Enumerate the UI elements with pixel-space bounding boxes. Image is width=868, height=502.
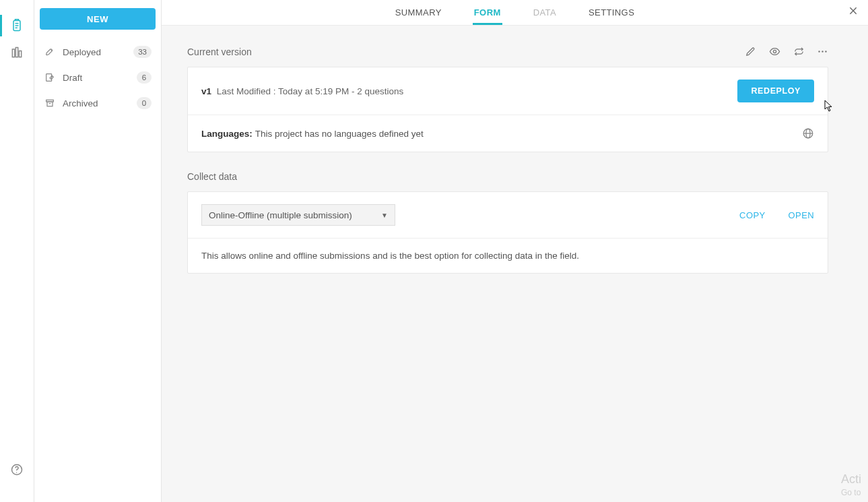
- svg-rect-5: [15, 48, 18, 57]
- version-label: v1: [201, 86, 211, 96]
- svg-point-16: [818, 51, 820, 52]
- edit-icon[interactable]: [745, 46, 756, 57]
- tab-summary[interactable]: SUMMARY: [395, 1, 442, 24]
- more-icon[interactable]: [817, 46, 828, 57]
- preview-icon[interactable]: [768, 46, 781, 57]
- sidebar: NEW Deployed 33 Draft 6: [34, 0, 162, 502]
- sidebar-item-deployed[interactable]: Deployed 33: [40, 39, 156, 65]
- version-meta: Last Modified : Today at 5:19 PM - 2 que…: [217, 86, 403, 96]
- close-icon[interactable]: [848, 5, 859, 16]
- tab-form[interactable]: FORM: [474, 1, 501, 24]
- sidebar-item-draft[interactable]: Draft 6: [40, 65, 156, 90]
- rail-projects-icon[interactable]: [0, 12, 34, 39]
- replace-icon[interactable]: [793, 46, 805, 57]
- sidebar-item-label: Draft: [63, 73, 130, 83]
- draft-icon: [44, 72, 56, 83]
- tab-data[interactable]: DATA: [533, 1, 556, 24]
- main-area: SUMMARY FORM DATA SETTINGS Current versi…: [162, 0, 868, 502]
- collect-data-card: Online-Offline (multiple submission) ▼ C…: [187, 191, 828, 274]
- svg-point-18: [825, 51, 826, 52]
- rail-help-icon[interactable]: [0, 463, 34, 476]
- chevron-down-icon: ▼: [381, 212, 388, 219]
- current-version-card: v1 Last Modified : Today at 5:19 PM - 2 …: [187, 67, 828, 152]
- sidebar-item-count: 33: [133, 46, 152, 58]
- svg-rect-6: [19, 51, 21, 57]
- archive-icon: [44, 98, 56, 108]
- languages-label: Languages:: [201, 129, 253, 139]
- rocket-icon: [44, 46, 56, 57]
- globe-icon[interactable]: [802, 127, 814, 139]
- sidebar-item-archived[interactable]: Archived 0: [40, 90, 156, 116]
- activation-watermark: Acti Go to: [841, 472, 868, 499]
- svg-point-8: [16, 472, 17, 473]
- collect-method-value: Online-Offline (multiple submission): [209, 210, 352, 220]
- sidebar-item-count: 0: [137, 97, 152, 109]
- icon-rail: [0, 0, 34, 502]
- section-title-collect-data: Collect data: [187, 171, 828, 182]
- sidebar-item-label: Archived: [63, 98, 130, 108]
- version-info: v1 Last Modified : Today at 5:19 PM - 2 …: [201, 86, 737, 96]
- svg-rect-4: [12, 49, 14, 57]
- new-button[interactable]: NEW: [40, 8, 156, 30]
- tabs-bar: SUMMARY FORM DATA SETTINGS: [162, 0, 868, 26]
- svg-point-17: [822, 51, 823, 52]
- svg-point-15: [773, 50, 776, 53]
- collect-description: This allows online and offline submissio…: [188, 239, 828, 273]
- open-button[interactable]: OPEN: [789, 210, 814, 220]
- redeploy-button[interactable]: REDEPLOY: [737, 80, 814, 102]
- collect-method-select[interactable]: Online-Offline (multiple submission) ▼: [201, 204, 395, 226]
- languages-text: This project has no languages defined ye…: [255, 129, 424, 139]
- sidebar-item-count: 6: [137, 71, 152, 84]
- section-title-current-version: Current version: [187, 46, 745, 57]
- svg-rect-11: [47, 102, 53, 106]
- tab-settings[interactable]: SETTINGS: [589, 1, 634, 24]
- sidebar-item-label: Deployed: [63, 47, 127, 57]
- copy-button[interactable]: COPY: [739, 210, 765, 220]
- rail-library-icon[interactable]: [0, 39, 34, 66]
